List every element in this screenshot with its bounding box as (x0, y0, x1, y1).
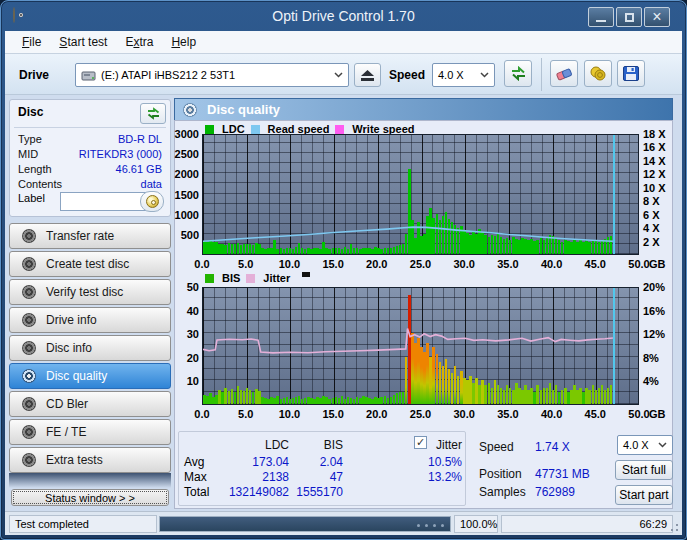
sidebar-item-transfer-rate[interactable]: Transfer rate (9, 223, 171, 249)
legend-swatch (205, 274, 214, 283)
erase-disc-button[interactable] (550, 60, 578, 87)
progress-bar (159, 516, 451, 532)
refresh-icon (510, 66, 527, 81)
chart2-x-axis: 0.05.010.015.020.025.030.035.040.045.050… (202, 408, 672, 420)
disc-mid-value: RITEKDR3 (000) (79, 148, 162, 160)
menu-item-help[interactable]: Help (162, 32, 205, 52)
sidebar-item-label: Disc quality (46, 369, 107, 383)
sidebar-item-label: Disc info (46, 341, 92, 355)
progress-percent: 100.0% (454, 515, 498, 533)
refresh-icon (146, 107, 161, 120)
samples-readout-label: Samples (479, 485, 526, 499)
sidebar-item-label: Extra tests (46, 453, 103, 467)
disc-row-length: Length46.61 GB (18, 163, 162, 178)
sidebar-item-disc-info[interactable]: Disc info (9, 335, 171, 361)
disc-type-label: Type (18, 133, 42, 145)
disc-label-button[interactable] (140, 191, 164, 212)
menu-item-file[interactable]: File (13, 32, 50, 52)
disc-row-type: TypeBD-R DL (18, 133, 162, 148)
disc-contents-value[interactable]: data (141, 178, 162, 190)
position-readout-label: Position (479, 467, 522, 481)
chart-line-read-speed (203, 135, 640, 256)
target-icon (22, 257, 36, 271)
target-icon (22, 397, 36, 411)
sidebar-item-label: CD Bler (46, 397, 88, 411)
close-button[interactable] (644, 7, 670, 27)
chart1-x-axis: 0.05.010.015.020.025.030.035.040.045.050… (202, 258, 672, 270)
sidebar-item-cd-bler[interactable]: CD Bler (9, 391, 171, 417)
sidebar-item-disc-quality[interactable]: Disc quality (9, 363, 171, 389)
progress-dots (417, 524, 444, 527)
samples-readout-value: 762989 (535, 485, 575, 499)
target-icon (22, 229, 36, 243)
register-button[interactable] (584, 60, 612, 87)
legend-artifact (302, 272, 310, 277)
target-icon (22, 313, 36, 327)
eject-button[interactable] (354, 63, 381, 87)
speed-select[interactable]: 4.0 X (432, 63, 495, 87)
legend-label: BIS (222, 272, 240, 284)
stats-row-max-label: Max (184, 470, 207, 484)
legend-swatch (246, 274, 255, 283)
sidebar-item-label: Drive info (46, 313, 97, 327)
disc-label-input[interactable] (60, 192, 148, 211)
eraser-icon (555, 67, 573, 81)
quality-speed-select-value: 4.0 X (623, 439, 649, 451)
legend-swatch (205, 125, 214, 134)
sidebar-item-extra-tests[interactable]: Extra tests (9, 447, 171, 473)
maximize-button[interactable] (616, 7, 642, 27)
start-full-button[interactable]: Start full (615, 460, 673, 480)
target-icon (22, 369, 36, 383)
disc-label-label: Label (18, 192, 45, 204)
window-title: Opti Drive Control 1.70 (1, 8, 686, 24)
title-bar[interactable]: Opti Drive Control 1.70 (1, 1, 686, 31)
chevron-down-icon (334, 72, 343, 78)
disc-type-value: BD-R DL (118, 133, 162, 145)
divider (14, 127, 166, 128)
sidebar-item-label: Create test disc (46, 257, 129, 271)
target-icon (22, 341, 36, 355)
sidebar-shade (9, 473, 171, 488)
end-of-data-marker (613, 135, 615, 254)
minimize-button[interactable] (588, 7, 614, 27)
speed-label: Speed (389, 68, 425, 82)
disc-row-contents: Contentsdata (18, 178, 162, 193)
sidebar-item-drive-info[interactable]: Drive info (9, 307, 171, 333)
menu-item-extra[interactable]: Extra (116, 32, 162, 52)
disc-mid-label: MID (18, 148, 38, 160)
sidebar-item-label: Transfer rate (46, 229, 114, 243)
disc-row-mid: MIDRITEKDR3 (000) (18, 148, 162, 163)
sidebar-item-fe-te[interactable]: FE / TE (9, 419, 171, 445)
disc-info-panel: Disc TypeBD-R DL MIDRITEKDR3 (000) Lengt… (9, 99, 171, 217)
refresh-drive-button[interactable] (504, 60, 532, 87)
legend-swatch (335, 125, 344, 134)
legend-label: Jitter (263, 272, 290, 284)
status-text: Test completed (9, 515, 157, 533)
start-part-button[interactable]: Start part (615, 485, 673, 505)
target-icon (22, 425, 36, 439)
chart-line-jitter (203, 288, 640, 406)
menu-item-start-test[interactable]: Start test (50, 32, 116, 52)
resize-grip[interactable] (667, 520, 679, 532)
disc-row-label: Label (18, 192, 166, 214)
sidebar-item-verify-test-disc[interactable]: Verify test disc (9, 279, 171, 305)
refresh-disc-button[interactable] (140, 103, 166, 124)
save-button[interactable] (617, 60, 645, 87)
chart1-plot (202, 134, 639, 255)
toolbar: Drive (E:) ATAPI iHBS212 2 53T1 Speed 4.… (5, 54, 682, 95)
stats-col-bis: BIS (263, 438, 343, 452)
drive-select[interactable]: (E:) ATAPI iHBS212 2 53T1 (75, 63, 349, 87)
total-bis-value: 1555170 (263, 485, 343, 499)
position-readout-value: 47731 MB (535, 467, 590, 481)
disc-length-label: Length (18, 163, 52, 175)
sidebar-item-label: FE / TE (46, 425, 86, 439)
disc-quality-title: Disc quality (207, 102, 280, 117)
sidebar-item-create-test-disc[interactable]: Create test disc (9, 251, 171, 277)
drive-label: Drive (19, 68, 49, 82)
quality-speed-select[interactable]: 4.0 X (617, 435, 673, 455)
eject-icon (361, 70, 374, 81)
app-client-area: FileStart testExtraHelp Drive (E:) ATAPI… (5, 31, 682, 535)
chart2-legend: BISJitter (205, 272, 310, 284)
status-window-button[interactable]: Status window > > (11, 489, 169, 506)
avg-bis-value: 2.04 (263, 455, 343, 469)
